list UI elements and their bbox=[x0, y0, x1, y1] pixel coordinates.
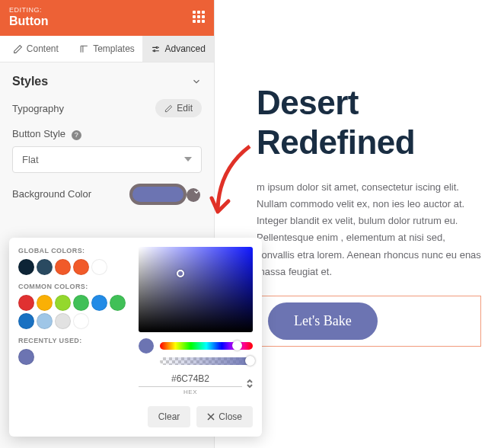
chevron-down-icon bbox=[193, 188, 200, 196]
styles-section: Styles Typography Edit Button Style ? Fl… bbox=[0, 62, 214, 222]
cta-button[interactable]: Let's Bake bbox=[268, 302, 378, 340]
styles-heading: Styles bbox=[12, 75, 48, 88]
typography-label: Typography bbox=[12, 103, 64, 114]
hex-input[interactable] bbox=[139, 371, 242, 387]
color-swatch[interactable] bbox=[55, 313, 71, 329]
title-line-1: Desert bbox=[257, 84, 359, 121]
caret-down-icon bbox=[184, 157, 192, 162]
tab-advanced[interactable]: Advanced bbox=[142, 36, 214, 62]
global-colors-label: GLOBAL COLORS: bbox=[18, 247, 129, 254]
common-colors-label: COMMON COLORS: bbox=[18, 283, 129, 290]
recent-color-swatches bbox=[18, 349, 129, 365]
chevron-up-icon bbox=[247, 379, 253, 383]
alpha-thumb[interactable] bbox=[245, 356, 255, 366]
global-color-swatches bbox=[18, 259, 129, 275]
modules-icon[interactable] bbox=[193, 11, 205, 23]
body-text: m ipsum dolor sit amet, consectetur isci… bbox=[257, 179, 481, 280]
chevron-down-icon bbox=[191, 76, 202, 87]
page-title: Desert Redefined bbox=[257, 84, 481, 162]
svg-point-0 bbox=[157, 46, 158, 48]
help-icon[interactable]: ? bbox=[72, 130, 81, 140]
color-swatch[interactable] bbox=[73, 313, 89, 329]
panel-header: EDITING: Button bbox=[0, 0, 214, 36]
typography-row: Typography Edit bbox=[12, 99, 202, 117]
templates-icon bbox=[79, 44, 89, 54]
format-stepper[interactable] bbox=[247, 379, 253, 388]
hue-thumb[interactable] bbox=[232, 341, 242, 350]
current-color-swatch bbox=[139, 338, 154, 354]
bg-color-row: Background Color bbox=[12, 184, 202, 205]
close-button[interactable]: Close bbox=[196, 406, 253, 427]
clear-button[interactable]: Clear bbox=[148, 406, 191, 427]
svg-point-1 bbox=[154, 50, 155, 51]
close-icon bbox=[207, 413, 215, 421]
color-swatch[interactable] bbox=[73, 259, 89, 275]
color-swatch[interactable] bbox=[55, 295, 71, 311]
edit-typography-button[interactable]: Edit bbox=[155, 99, 202, 117]
alpha-slider[interactable] bbox=[160, 357, 253, 365]
tab-templates-label: Templates bbox=[93, 43, 135, 54]
button-selection-outline[interactable]: Let's Bake bbox=[257, 296, 481, 347]
common-color-swatches bbox=[18, 295, 129, 329]
color-swatch[interactable] bbox=[91, 259, 107, 275]
tab-content[interactable]: Content bbox=[0, 36, 72, 62]
tab-advanced-label: Advanced bbox=[164, 43, 205, 54]
color-swatch[interactable] bbox=[37, 259, 53, 275]
saturation-value-field[interactable] bbox=[139, 247, 253, 332]
title-line-2: Redefined bbox=[257, 123, 415, 161]
color-swatch[interactable] bbox=[91, 295, 107, 311]
pencil-icon bbox=[164, 104, 173, 113]
tab-templates[interactable]: Templates bbox=[72, 36, 143, 62]
hex-sublabel: HEX bbox=[139, 389, 242, 395]
styles-header[interactable]: Styles bbox=[12, 75, 202, 88]
button-style-label-row: Button Style ? bbox=[12, 128, 202, 140]
edit-label: Edit bbox=[177, 103, 193, 114]
button-style-value: Flat bbox=[22, 154, 39, 165]
color-swatch[interactable] bbox=[18, 349, 34, 365]
color-swatch[interactable] bbox=[110, 295, 126, 311]
color-swatch[interactable] bbox=[18, 259, 34, 275]
button-style-select[interactable]: Flat bbox=[12, 146, 202, 173]
recent-colors-label: RECENTLY USED: bbox=[18, 337, 129, 344]
hue-slider[interactable] bbox=[160, 342, 253, 350]
editing-element: Button bbox=[9, 14, 205, 28]
color-swatch[interactable] bbox=[37, 295, 53, 311]
sv-cursor[interactable] bbox=[177, 270, 184, 277]
tabs: Content Templates Advanced bbox=[0, 36, 214, 62]
color-picker-popover: GLOBAL COLORS: COMMON COLORS: RECENTLY U… bbox=[9, 238, 262, 437]
color-swatch[interactable] bbox=[55, 259, 71, 275]
pencil-icon bbox=[13, 44, 23, 54]
color-swatch[interactable] bbox=[73, 295, 89, 311]
bg-color-swatch[interactable] bbox=[129, 184, 187, 205]
close-label: Close bbox=[219, 411, 242, 422]
editing-label: EDITING: bbox=[9, 6, 205, 14]
color-swatch[interactable] bbox=[18, 313, 34, 329]
color-swatch[interactable] bbox=[18, 295, 34, 311]
chevron-down-icon bbox=[247, 384, 253, 388]
tab-content-label: Content bbox=[27, 43, 59, 54]
button-style-label: Button Style bbox=[12, 128, 65, 139]
color-swatch[interactable] bbox=[37, 313, 53, 329]
bg-color-label: Background Color bbox=[12, 188, 91, 200]
sliders-icon bbox=[151, 44, 161, 54]
